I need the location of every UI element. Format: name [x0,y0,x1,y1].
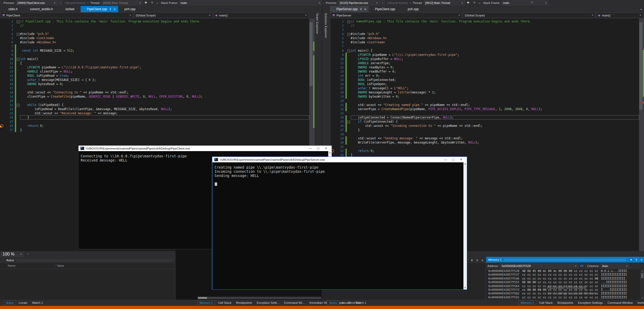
breakpoint-margin[interactable] [0,90,4,94]
chevron-down-icon[interactable]: ▼ [129,14,131,16]
filter-icon[interactable] [467,2,469,4]
panel-tab-Memory 1[interactable]: Memory 1 [518,300,536,305]
scroll-down-icon[interactable]: ▼ [463,286,467,289]
tab-pch.cpp[interactable]: pch.cpp [118,6,142,12]
breakpoint-margin[interactable] [331,53,335,57]
panel-tab-Exception Settings[interactable]: Exception Settings [576,301,605,305]
breakpoint-margin[interactable] [331,120,335,124]
pin-icon[interactable]: ⚲ [109,8,111,11]
panel-tab-Breakpoints[interactable]: Breakpoints [234,301,254,305]
filter-clear-icon[interactable] [473,2,476,4]
fold-margin[interactable]: − [16,57,20,61]
scrollbar-thumb[interactable] [309,22,313,86]
fold-margin[interactable] [16,115,20,120]
chevron-down-icon[interactable]: ▼ [639,14,641,16]
close-button[interactable]: ✕ [322,147,330,150]
breakpoint-margin[interactable] [0,82,4,86]
breakpoint-margin[interactable] [0,19,4,23]
pin-icon[interactable]: ⚲ [476,259,478,262]
fold-margin[interactable] [347,107,351,111]
fold-margin[interactable]: − [16,103,20,107]
fold-margin[interactable]: − [347,32,351,36]
fold-margin[interactable] [16,49,20,53]
fold-margin[interactable] [16,124,20,128]
chevron-down-icon[interactable]: ▼ [409,2,411,4]
fold-margin[interactable] [347,90,351,94]
fold-margin[interactable] [347,65,351,69]
chevron-down-icon[interactable]: ▼ [137,2,141,4]
fold-collapse-icon[interactable]: − [17,33,20,36]
fold-margin[interactable]: − [16,19,20,23]
breakpoint-margin[interactable] [331,69,335,74]
fold-margin[interactable] [16,28,20,32]
scope-dropdown[interactable]: (Global Scope)▼ [134,13,213,18]
breakpoint-margin[interactable] [331,82,335,86]
console-titlebar[interactable]: \\VBOXSVR\Experiments\namedPipes\namedPi… [212,157,467,162]
thread-combobox[interactable]: [9656] Main Thread▼ [102,1,143,5]
memory-row[interactable]: 0x000000E43057F52848 00 45 00 4c 00 4c 0… [486,269,640,273]
close-icon[interactable]: ✕ [114,8,116,11]
breakpoint-margin[interactable] [331,111,335,115]
breakpoint-margin[interactable] [0,99,4,103]
panel-tab-Autos[interactable]: Autos [4,300,16,305]
toolbar-grip[interactable]: ⁞⁞ [1,2,1,4]
member-dropdown[interactable]: ◉ main()▼ [596,13,643,18]
breakpoint-margin[interactable] [331,36,335,40]
breakpoint-margin[interactable] [0,103,4,107]
breakpoint-margin[interactable] [331,136,335,140]
fold-collapse-icon[interactable]: − [347,33,350,36]
breakpoint-margin[interactable] [0,65,4,69]
fold-margin[interactable] [347,99,351,103]
panel-tab-Memory 1[interactable]: Memory 1 [197,300,215,305]
fold-collapse-icon[interactable]: − [347,50,350,52]
chevron-down-icon[interactable]: ▼ [624,265,628,267]
breakpoint-margin[interactable] [331,57,335,61]
breakpoint-margin[interactable] [331,44,335,49]
tab-PipeClient.cpp[interactable]: PipeClient.cpp⚲✕ [81,6,118,12]
stack-frame-combobox[interactable]: main▼ [502,1,548,5]
chevron-down-icon[interactable]: ▼ [51,2,56,4]
scrollbar-thumb[interactable] [639,22,642,110]
chevron-down-icon[interactable]: ▼ [592,14,594,16]
fold-margin[interactable] [16,120,20,124]
fold-margin[interactable] [16,99,20,103]
breakpoint-margin[interactable] [0,86,4,90]
fold-margin[interactable] [16,111,20,115]
zoom-level-dropdown[interactable]: 100 %▼ [1,252,23,257]
panel-tab-Call Stack[interactable]: Call Stack [216,301,234,305]
fold-margin[interactable] [347,61,351,65]
panel-tab-Command Window[interactable]: Command Window [605,301,635,305]
fold-collapse-icon[interactable]: − [17,104,20,107]
minimize-button[interactable]: — [442,158,449,161]
lifecycle-events-icon[interactable]: ↯ [380,1,385,5]
address-input[interactable]: 0x000000E43057F528▼ [500,264,578,268]
fold-margin[interactable] [16,69,20,74]
breakpoint-margin[interactable] [331,28,335,32]
team-explorer-vertical-tab[interactable]: Team Explorer [316,13,319,34]
breakpoint-margin[interactable] [0,120,4,124]
fold-collapse-icon[interactable]: − [17,58,20,61]
chevron-down-icon[interactable]: ▼ [305,14,307,16]
memory-row[interactable]: 0x000000E43057F537cc cc cc cc cc cc cc c… [486,273,640,277]
breakpoint-margin[interactable] [0,115,4,120]
process-combobox[interactable]: [4120] PipeServer.exe▼ [338,1,379,5]
fold-margin[interactable] [347,115,351,120]
breakpoint-margin[interactable] [0,57,4,61]
fold-margin[interactable] [347,132,351,136]
breakpoint-margin[interactable] [331,78,335,82]
fold-margin[interactable] [347,69,351,74]
fold-margin[interactable] [347,86,351,90]
window-position-icon[interactable]: ▼ [470,259,473,262]
fold-margin[interactable] [347,149,351,153]
breakpoint-margin[interactable] [0,49,4,53]
minimize-button[interactable]: — [306,147,314,150]
fold-collapse-icon[interactable]: − [347,20,350,23]
column-value[interactable]: Value [57,264,64,267]
fold-margin[interactable] [347,103,351,107]
fold-margin[interactable] [347,36,351,40]
member-dropdown[interactable]: ◉ main()▼ [213,13,309,18]
panel-tab-Exception Setti...[interactable]: Exception Setti... [255,301,281,305]
fold-margin[interactable] [347,94,351,99]
fold-margin[interactable] [16,53,20,57]
tab-overflow-icon[interactable]: ▼ [640,8,642,11]
